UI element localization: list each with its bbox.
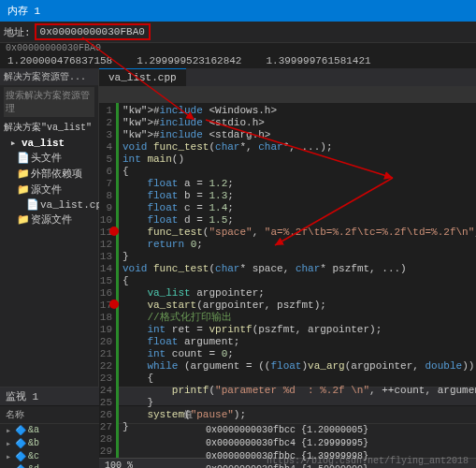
var-icon: 🔷: [15, 464, 28, 468]
address-row: 地址: 0x00000000030FBA0: [0, 22, 476, 43]
sidebar-tab[interactable]: 解决方案资源管...: [0, 68, 98, 85]
tree-label: va_list: [22, 138, 65, 149]
tree-item[interactable]: 📁源文件: [6, 182, 98, 197]
expand-icon[interactable]: ▸: [6, 451, 15, 462]
tree-label: 头文件: [31, 151, 62, 165]
watermark: https://blog.csdn.net/flying_ant2018: [267, 456, 469, 466]
var-icon: 🔷: [15, 451, 28, 462]
expand-icon[interactable]: ▸: [6, 464, 15, 468]
tree-item[interactable]: 📁外部依赖项: [6, 166, 98, 182]
search-input[interactable]: 搜索解决方案资源管理: [4, 87, 94, 117]
expand-icon[interactable]: ▸: [6, 425, 15, 436]
tree-icon: 📁: [17, 213, 28, 226]
code-area[interactable]: 1234567891011121314151617181920212223242…: [99, 103, 476, 458]
tree-icon: 📁: [17, 168, 28, 180]
tree-label: va_list.cpp: [40, 199, 108, 211]
solution-explorer: 解决方案资源管... 搜索解决方案资源管理 解决方案"va_list" ▸va_…: [0, 68, 99, 387]
tree-item[interactable]: 📄头文件: [6, 150, 98, 166]
line-gutter: 1234567891011121314151617181920212223242…: [99, 103, 116, 458]
var-icon: 🔷: [15, 425, 28, 436]
mem-val: 1.299999523162842: [137, 55, 241, 66]
var-icon: 🔷: [15, 438, 28, 449]
tree-label: 资源文件: [31, 212, 72, 227]
file-tab[interactable]: va_list.cpp: [99, 68, 186, 86]
editor-pane: va_list.cpp (全局范围) 123456789101112131415…: [99, 68, 476, 387]
mem-val: 1.200000476837158: [7, 55, 112, 66]
tree-icon: 📄: [26, 198, 37, 211]
breakpoint-icon[interactable]: [109, 300, 119, 309]
memory-address-echo: 0x00000000030FBA0: [0, 43, 476, 53]
scope-bar[interactable]: (全局范围): [99, 86, 476, 103]
memory-values-row: 1.200000476837158 1.299999523162842 1.39…: [0, 53, 476, 68]
solution-node[interactable]: 解决方案"va_list": [0, 119, 98, 136]
tree-item[interactable]: 📄va_list.cpp: [6, 197, 98, 212]
tree-icon: 📁: [17, 183, 28, 196]
address-value[interactable]: 0x00000000030FBA0: [35, 23, 151, 40]
tree-icon: 📄: [17, 152, 28, 164]
tree-item[interactable]: ▸va_list: [6, 136, 98, 150]
expand-icon[interactable]: ▸: [6, 438, 15, 449]
tree-label: 外部依赖项: [31, 167, 82, 181]
breakpoint-icon[interactable]: [109, 227, 119, 236]
tree-item[interactable]: 📁资源文件: [6, 212, 98, 227]
tree-label: 源文件: [31, 183, 62, 197]
tree-icon: ▸: [7, 137, 19, 149]
code-text[interactable]: "kw">#include <Windows.h>"kw">#include <…: [119, 103, 476, 458]
editor-tabbar: va_list.cpp: [99, 68, 476, 86]
mem-val: 1.399999761581421: [266, 55, 370, 66]
memory-window-title: 内存 1: [0, 0, 476, 22]
address-label: 地址:: [4, 25, 31, 39]
